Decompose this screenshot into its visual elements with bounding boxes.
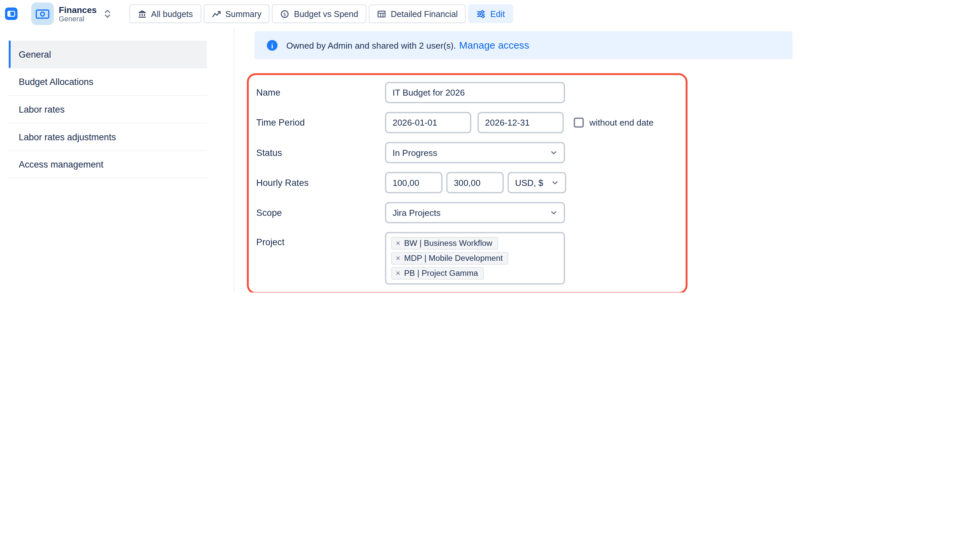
status-value: In Progress [393,148,437,158]
rate-min-input[interactable] [385,172,443,193]
sidebar-item-budget-allocations[interactable]: Budget Allocations [9,68,207,96]
sidebar-toggle-icon [5,8,18,20]
app-subtitle: General [59,14,97,23]
app-logo[interactable] [5,8,18,20]
without-end-date-label: without end date [590,118,654,128]
chevron-down-icon [550,209,558,217]
sliders-icon [476,9,486,18]
ownership-banner: i Owned by Admin and shared with 2 user(… [254,31,792,59]
project-tag-label: PB | Project Gamma [404,268,478,278]
svg-text:$: $ [283,11,286,17]
tab-budget-vs-spend[interactable]: $ Budget vs Spend [272,4,366,23]
sidebar-item-label: Access management [19,160,103,169]
tab-detailed-financial[interactable]: Detailed Financial [369,4,466,23]
scope-select[interactable]: Jira Projects [385,202,565,223]
page: Finances General All budge [0,0,980,292]
sidebar-item-label: Labor rates [19,105,65,115]
time-period-label: Time Period [256,118,385,128]
main-content: i Owned by Admin and shared with 2 user(… [234,28,980,292]
remove-tag-icon[interactable]: × [396,269,401,277]
settings-sidebar: General Budget Allocations Labor rates L… [0,28,234,292]
topbar: Finances General All budge [0,0,980,28]
bank-icon [137,9,147,18]
project-tag: × BW | Business Workflow [391,237,498,250]
chevron-updown-icon[interactable] [103,8,111,19]
time-period-row: Time Period without end date [256,108,686,137]
currency-select[interactable]: USD, $ [508,172,566,193]
scope-row: Scope Jira Projects [256,198,686,228]
tab-all-budgets[interactable]: All budgets [129,4,201,23]
sidebar-item-labor-rates-adjustments[interactable]: Labor rates adjustments [9,123,207,151]
hourly-rates-label: Hourly Rates [256,177,385,188]
hourly-rates-row: Hourly Rates USD, $ [256,168,686,198]
scope-label: Scope [256,207,385,217]
project-label: Project [256,232,385,247]
sidebar-item-label: Labor rates adjustments [19,132,116,142]
project-tag-label: BW | Business Workflow [404,238,492,247]
sidebar-item-label: Budget Allocations [19,77,93,87]
coin-icon: $ [280,9,290,18]
budget-switcher-labels: Finances General [59,5,97,23]
project-tag: × PB | Project Gamma [391,267,484,280]
sidebar-item-access-management[interactable]: Access management [9,151,207,179]
tab-label: All budgets [151,9,193,18]
remove-tag-icon[interactable]: × [396,239,401,247]
tab-label: Budget vs Spend [294,9,358,18]
table-icon [377,9,386,18]
without-end-date-checkbox[interactable] [574,118,584,128]
sidebar-item-label: General [19,49,51,59]
name-label: Name [256,88,385,97]
name-row: Name [256,78,686,108]
chevron-down-icon [550,149,558,156]
status-row: Status In Progress [256,137,686,168]
rate-max-input[interactable] [446,172,504,193]
start-date-input[interactable] [385,112,471,133]
sidebar-item-labor-rates[interactable]: Labor rates [9,96,207,123]
scope-value: Jira Projects [393,207,441,217]
info-icon: i [267,40,278,51]
name-input[interactable] [385,82,565,103]
chevron-down-icon [551,179,559,187]
tab-edit[interactable]: Edit [468,4,513,23]
ownership-text: Owned by Admin and shared with 2 user(s)… [286,40,456,50]
finances-icon [31,3,54,25]
project-multiselect[interactable]: × BW | Business Workflow × MDP | Mobile … [385,232,565,285]
project-row: Project × BW | Business Workflow × MDP |… [256,228,686,284]
end-date-input[interactable] [477,112,563,133]
app-title: Finances [59,5,97,14]
general-form-annotation: Name Time Period without end date Status… [247,73,688,292]
currency-value: USD, $ [515,177,543,188]
budget-switcher[interactable]: Finances General [31,3,112,25]
project-tag: × MDP | Mobile Development [391,252,508,265]
view-tabs: All budgets Summary $ Bud [129,4,513,23]
sidebar-item-general[interactable]: General [9,41,207,68]
manage-access-link[interactable]: Manage access [459,40,529,51]
status-label: Status [256,148,385,158]
status-select[interactable]: In Progress [385,142,565,163]
tab-label: Summary [225,9,261,18]
remove-tag-icon[interactable]: × [396,254,401,262]
tab-summary[interactable]: Summary [204,4,270,23]
tab-label: Detailed Financial [391,9,458,18]
project-tag-label: MDP | Mobile Development [404,253,503,263]
tab-label: Edit [490,9,505,18]
trend-icon [212,9,221,18]
